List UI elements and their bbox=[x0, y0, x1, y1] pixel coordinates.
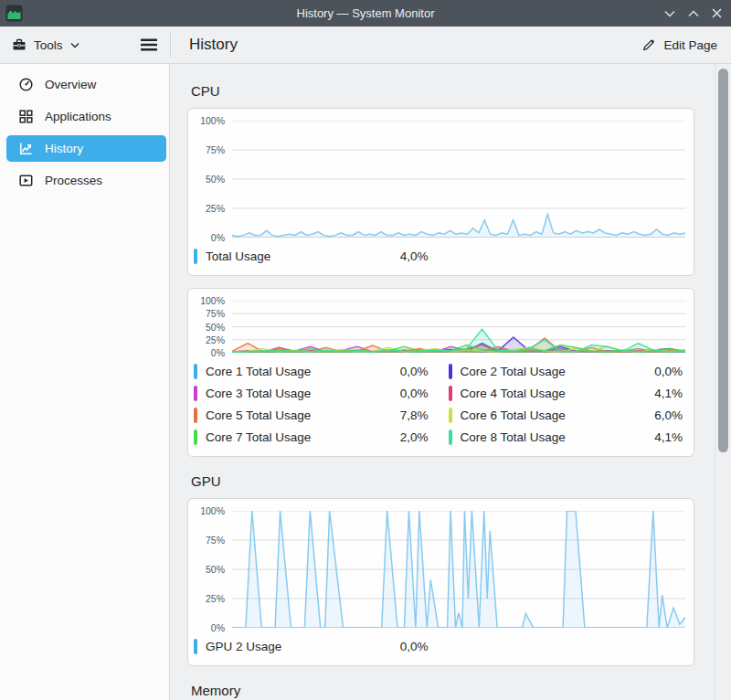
pencil-icon bbox=[641, 37, 656, 52]
legend-item: Total Usage4,0% bbox=[194, 246, 429, 267]
chart-legend: GPU 2 Usage0,0% bbox=[188, 628, 694, 665]
y-tick: 25% bbox=[206, 203, 225, 214]
close-button[interactable] bbox=[710, 6, 724, 20]
section-title-cpu: CPU bbox=[191, 83, 694, 99]
legend-value: 4,1% bbox=[654, 430, 683, 444]
legend-swatch bbox=[194, 364, 197, 379]
legend-label: Core 2 Total Usage bbox=[461, 365, 655, 378]
section-title-gpu: GPU bbox=[191, 473, 694, 489]
chart-svg bbox=[232, 301, 685, 353]
y-tick: 100% bbox=[200, 115, 225, 126]
y-axis-labels: 100%75%50%25%0% bbox=[188, 301, 232, 353]
sidebar-item-processes[interactable]: Processes bbox=[6, 167, 166, 194]
maximize-button[interactable] bbox=[686, 6, 700, 20]
line-chart-icon bbox=[18, 141, 34, 156]
toolbar: Tools History Edit Page bbox=[0, 27, 731, 64]
grid-icon bbox=[18, 109, 34, 124]
legend-label: GPU 2 Usage bbox=[206, 640, 400, 653]
legend-item: Core 5 Total Usage7,8% bbox=[194, 405, 429, 426]
legend-value: 0,0% bbox=[400, 365, 429, 378]
y-tick: 25% bbox=[206, 334, 225, 345]
legend-item: Core 3 Total Usage0,0% bbox=[194, 383, 429, 404]
page-title: History bbox=[189, 36, 238, 54]
y-tick: 75% bbox=[206, 308, 225, 319]
gauge-icon bbox=[18, 77, 34, 92]
y-tick: 75% bbox=[206, 144, 225, 155]
legend-swatch bbox=[194, 639, 197, 654]
scrollbar-thumb[interactable] bbox=[718, 69, 728, 452]
legend-value: 4,0% bbox=[400, 249, 429, 263]
legend-label: Core 4 Total Usage bbox=[461, 387, 655, 400]
legend-value: 4,1% bbox=[654, 387, 683, 400]
legend-swatch bbox=[449, 408, 452, 423]
tools-label: Tools bbox=[34, 38, 63, 52]
window-title: History — System Monitor bbox=[0, 6, 731, 20]
chart-plot bbox=[232, 301, 685, 353]
hamburger-icon bbox=[141, 38, 157, 51]
sidebar: OverviewApplicationsHistoryProcesses bbox=[0, 64, 170, 700]
sidebar-item-label: Applications bbox=[45, 110, 111, 123]
y-tick: 100% bbox=[200, 295, 225, 306]
toolbar-separator bbox=[170, 32, 171, 58]
sidebar-item-applications[interactable]: Applications bbox=[6, 103, 166, 130]
legend-value: 6,0% bbox=[654, 408, 683, 422]
chart-svg bbox=[232, 121, 685, 238]
legend-value: 7,8% bbox=[400, 408, 429, 422]
chevron-down-icon bbox=[70, 42, 79, 48]
legend-label: Core 5 Total Usage bbox=[206, 408, 400, 422]
legend-item: Core 2 Total Usage0,0% bbox=[449, 361, 683, 382]
sidebar-item-label: Overview bbox=[45, 78, 96, 91]
sidebar-item-label: Processes bbox=[45, 174, 102, 187]
sidebar-item-history[interactable]: History bbox=[6, 135, 166, 162]
legend-swatch bbox=[194, 249, 197, 264]
content-area: CPU 100%75%50%25%0%Total Usage4,0% 100%7… bbox=[170, 64, 731, 700]
scrollbar[interactable] bbox=[718, 64, 728, 700]
y-tick: 75% bbox=[206, 535, 225, 546]
sidebar-item-overview[interactable]: Overview bbox=[6, 71, 166, 98]
legend-label: Core 3 Total Usage bbox=[206, 387, 400, 400]
sidebar-item-label: History bbox=[45, 142, 83, 155]
legend-swatch bbox=[449, 430, 452, 445]
legend-label: Core 7 Total Usage bbox=[206, 430, 400, 444]
chart-svg bbox=[232, 511, 685, 628]
legend-value: 0,0% bbox=[400, 640, 429, 653]
legend-label: Core 1 Total Usage bbox=[206, 365, 400, 378]
y-tick: 0% bbox=[211, 622, 225, 633]
legend-label: Total Usage bbox=[206, 249, 400, 263]
y-tick: 0% bbox=[211, 347, 225, 358]
y-tick: 50% bbox=[206, 174, 225, 185]
legend-value: 0,0% bbox=[400, 387, 429, 400]
legend-swatch bbox=[449, 386, 452, 401]
titlebar: History — System Monitor bbox=[0, 0, 731, 27]
legend-swatch bbox=[449, 364, 452, 379]
cpu-cores-chart-card: 100%75%50%25%0%Core 1 Total Usage0,0%Cor… bbox=[187, 288, 694, 457]
legend-swatch bbox=[194, 386, 197, 401]
legend-value: 0,0% bbox=[654, 365, 683, 378]
legend-value: 2,0% bbox=[400, 430, 429, 444]
chart-plot bbox=[232, 121, 685, 238]
legend-swatch bbox=[194, 408, 197, 423]
tools-button[interactable]: Tools bbox=[12, 37, 79, 52]
legend-item: GPU 2 Usage0,0% bbox=[194, 636, 429, 657]
chart-legend: Total Usage4,0% bbox=[188, 238, 694, 275]
hamburger-menu-button[interactable] bbox=[138, 34, 160, 56]
legend-label: Core 6 Total Usage bbox=[461, 408, 655, 422]
legend-swatch bbox=[194, 430, 197, 445]
app-icon bbox=[5, 5, 23, 22]
minimize-button[interactable] bbox=[662, 6, 676, 20]
legend-item: Core 4 Total Usage4,1% bbox=[449, 383, 683, 404]
edit-page-button[interactable]: Edit Page bbox=[641, 37, 717, 52]
y-tick: 50% bbox=[206, 564, 225, 575]
gpu-chart-card: 100%75%50%25%0%GPU 2 Usage0,0% bbox=[187, 498, 694, 666]
legend-item: Core 8 Total Usage4,1% bbox=[449, 427, 683, 448]
section-title-memory: Memory bbox=[191, 683, 694, 698]
y-tick: 0% bbox=[211, 232, 225, 243]
cpu-total-chart-card: 100%75%50%25%0%Total Usage4,0% bbox=[187, 108, 694, 276]
y-axis-labels: 100%75%50%25%0% bbox=[188, 121, 232, 238]
processes-icon bbox=[18, 173, 34, 188]
y-tick: 25% bbox=[206, 593, 225, 604]
toolbox-icon bbox=[12, 37, 26, 52]
chart-plot bbox=[232, 511, 685, 628]
legend-item: Core 7 Total Usage2,0% bbox=[194, 427, 429, 448]
edit-page-label: Edit Page bbox=[663, 38, 717, 52]
